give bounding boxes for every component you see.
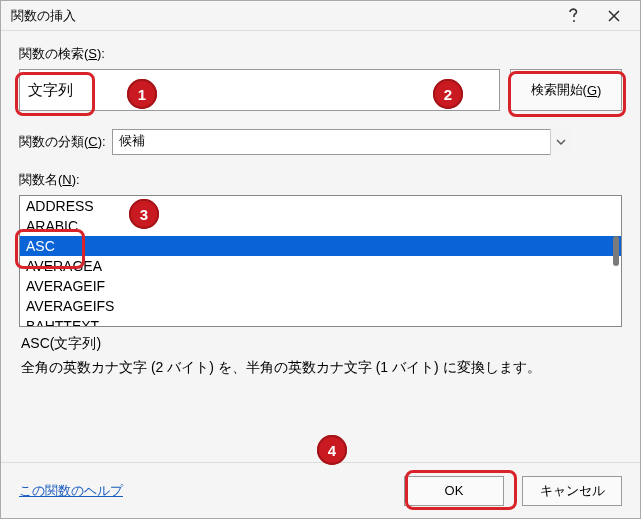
function-listbox[interactable]: ADDRESS ARABIC ASC AVERAGEA AVERAGEIF AV… xyxy=(19,195,622,327)
description-title: ASC(文字列) xyxy=(21,335,620,353)
go-post: ) xyxy=(597,83,601,98)
go-pre: 検索開始( xyxy=(531,81,587,99)
search-label-pre: 関数の検索( xyxy=(19,46,88,61)
description-body: 全角の英数カナ文字 (2 バイト) を、半角の英数カナ文字 (1 バイト) に変… xyxy=(21,359,620,377)
category-label: 関数の分類(C): xyxy=(19,133,106,151)
search-input[interactable] xyxy=(19,69,500,111)
titlebar: 関数の挿入 xyxy=(1,1,640,31)
list-item[interactable]: ASC xyxy=(20,236,621,256)
fn-key: N xyxy=(62,172,71,187)
cat-pre: 関数の分類( xyxy=(19,134,88,149)
dialog-footer: この関数のヘルプ OK キャンセル xyxy=(1,462,640,518)
cancel-button[interactable]: キャンセル xyxy=(522,476,622,506)
go-key: G xyxy=(587,83,597,98)
search-go-button[interactable]: 検索開始(G) xyxy=(510,69,622,111)
cat-key: C xyxy=(88,134,97,149)
search-label-key: S xyxy=(88,46,97,61)
fn-post: ): xyxy=(72,172,80,187)
fn-pre: 関数名( xyxy=(19,172,62,187)
list-item[interactable]: ADDRESS xyxy=(20,196,621,216)
scrollbar-thumb[interactable] xyxy=(613,236,619,266)
chevron-down-icon[interactable] xyxy=(550,129,572,155)
help-icon[interactable] xyxy=(554,2,594,30)
search-label-post: ): xyxy=(97,46,105,61)
ok-label: OK xyxy=(445,483,464,498)
functions-label: 関数名(N): xyxy=(19,171,622,189)
category-selected: 候補 xyxy=(119,133,145,148)
list-item[interactable]: BAHTTEXT xyxy=(20,316,621,327)
svg-point-0 xyxy=(573,20,575,22)
list-item[interactable]: AVERAGEA xyxy=(20,256,621,276)
search-row: 検索開始(G) xyxy=(19,69,622,111)
dialog-content: 関数の検索(S): 検索開始(G) 関数の分類(C): 候補 関数名(N): xyxy=(1,31,640,377)
footer-buttons: OK キャンセル xyxy=(404,476,622,506)
category-select[interactable]: 候補 xyxy=(112,129,572,155)
insert-function-dialog: 関数の挿入 関数の検索(S): 検索開始(G) 関数の分類(C): xyxy=(0,0,641,519)
close-icon[interactable] xyxy=(594,2,634,30)
cat-post: ): xyxy=(98,134,106,149)
category-row: 関数の分類(C): 候補 xyxy=(19,129,622,155)
cancel-label: キャンセル xyxy=(540,482,605,500)
help-link[interactable]: この関数のヘルプ xyxy=(19,482,123,500)
dialog-title: 関数の挿入 xyxy=(11,7,554,25)
search-label: 関数の検索(S): xyxy=(19,45,622,63)
ok-button[interactable]: OK xyxy=(404,476,504,506)
annotation-badge: 4 xyxy=(317,435,347,465)
list-item[interactable]: ARABIC xyxy=(20,216,621,236)
category-select-wrap: 候補 xyxy=(112,129,572,155)
list-item[interactable]: AVERAGEIFS xyxy=(20,296,621,316)
list-item[interactable]: AVERAGEIF xyxy=(20,276,621,296)
